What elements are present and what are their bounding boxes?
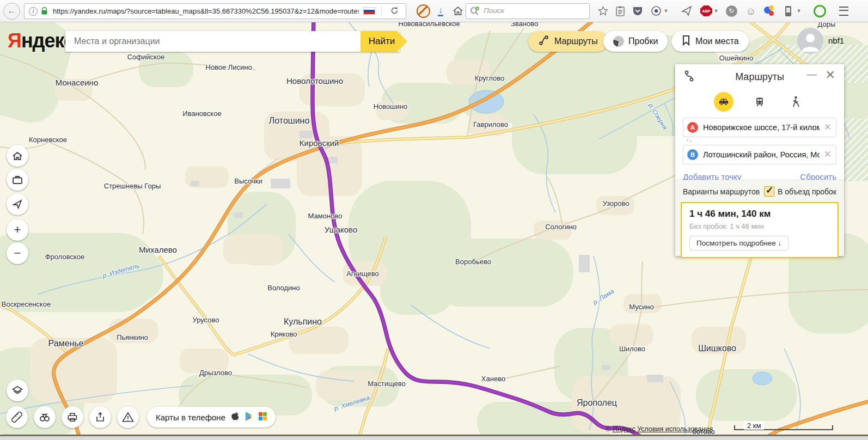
town-label: Лотошино (269, 116, 310, 126)
adblock-caret-icon[interactable]: ▼ (712, 4, 720, 18)
logo-letter: Я (8, 29, 21, 52)
print-button[interactable] (62, 406, 83, 428)
feedback-smiley-icon[interactable]: ☺ (744, 4, 758, 18)
my-places-button[interactable]: Мои места (671, 31, 749, 52)
map-copyright: © Яндекс Условия использования (606, 425, 713, 433)
home-shortcut-button[interactable] (7, 145, 28, 167)
url-text[interactable]: https://yandex.ru/maps/?source=tableau_m… (53, 4, 359, 19)
avoid-traffic-checkbox[interactable] (764, 186, 774, 197)
home-icon[interactable] (451, 4, 465, 18)
bookmark-star-icon[interactable] (596, 4, 610, 18)
route-from-field[interactable]: А ✕ (683, 118, 836, 137)
swap-points-button[interactable]: ↑↓ (686, 137, 844, 143)
panorama-search-button[interactable] (34, 406, 56, 428)
zoom-out-button[interactable]: − (7, 242, 28, 264)
google-play-icon (245, 412, 253, 423)
apple-icon (231, 412, 240, 423)
url-bar[interactable]: i https://yandex.ru/maps/?source=tableau… (24, 3, 406, 19)
route-to-field[interactable]: В ✕ (683, 145, 836, 164)
window-bottom-edge (0, 435, 868, 440)
clear-from-icon[interactable]: ✕ (824, 121, 832, 133)
route-to-input[interactable] (702, 146, 821, 163)
town-label: Софийское (127, 53, 165, 61)
sidebar-caret-icon[interactable]: ▼ (795, 4, 803, 18)
evernote-icon[interactable] (812, 4, 827, 18)
town-label: Фроловское (45, 253, 85, 261)
map-scale-control: 2 км (734, 423, 833, 431)
sync-icon[interactable]: ↻ (724, 4, 738, 18)
reload-icon[interactable] (390, 6, 399, 17)
route-variant-card[interactable]: 1 ч 46 мин, 140 км Без пробок: 1 ч 46 ми… (681, 202, 839, 258)
route-variants-section: Варианты маршрутов В объезд пробок 1 ч 4… (675, 180, 844, 256)
tab-transit[interactable] (750, 92, 769, 112)
point-a-badge: А (687, 122, 698, 133)
clear-to-icon[interactable]: ✕ (824, 149, 832, 160)
my-places-label: Мои места (695, 36, 739, 46)
flag-icon[interactable] (363, 7, 375, 15)
town-label: Стрешневы Горы (104, 182, 161, 190)
color-profile-icon[interactable] (762, 4, 777, 18)
town-label: Раменье (48, 339, 83, 349)
yandex-link[interactable]: Яндекс (613, 425, 635, 433)
routes-panel-title: Маршруты (675, 64, 844, 89)
share-button[interactable] (89, 406, 111, 428)
river-label: р. Лама (591, 288, 615, 307)
flashblock-icon[interactable] (416, 4, 430, 18)
downloads-icon[interactable]: ↓ (433, 4, 448, 18)
avoid-traffic-label: В объезд пробок (778, 187, 836, 196)
map-search-bar[interactable] (65, 31, 400, 52)
traffic-button[interactable]: Пробки (603, 31, 668, 52)
page-info-icon[interactable]: i (29, 7, 38, 16)
avoid-traffic-control[interactable]: В объезд пробок (764, 186, 836, 197)
close-icon[interactable]: ✕ (826, 69, 835, 82)
pocket-icon[interactable] (631, 4, 645, 18)
browser-search-field[interactable]: Поиск (466, 3, 590, 19)
tab-pedestrian[interactable] (786, 92, 805, 112)
town-label: Мусино (629, 303, 654, 311)
terms-link[interactable]: Условия использования (637, 425, 713, 433)
route-icon (538, 34, 550, 48)
back-button[interactable]: ← (3, 3, 20, 20)
reading-list-icon[interactable] (613, 4, 627, 18)
minimize-icon[interactable]: — (807, 69, 817, 80)
locate-me-button[interactable] (7, 193, 28, 215)
menu-icon[interactable] (836, 4, 851, 18)
town-label: Новошино (374, 102, 408, 111)
copyright-prefix: © (606, 425, 613, 433)
screenshot-icon[interactable] (649, 4, 663, 18)
town-label: Мастищево (368, 380, 406, 388)
yandex-logo[interactable]: Яндекс (8, 29, 74, 52)
tab-car[interactable] (714, 92, 733, 112)
routes-button[interactable]: Маршруты (528, 31, 608, 52)
town-label: Дрызлово (199, 369, 232, 377)
routes-button-label: Маршруты (554, 36, 598, 46)
username[interactable]: nbf1 (828, 36, 844, 45)
dropdown-caret-icon[interactable]: ▼ (662, 4, 670, 18)
user-avatar[interactable] (797, 28, 823, 54)
sidebar-icon[interactable] (781, 4, 795, 18)
send-tab-icon[interactable] (680, 4, 694, 18)
zoom-in-button[interactable]: + (7, 219, 28, 241)
search-engine-icon[interactable] (470, 7, 480, 18)
town-label: Узорово (602, 199, 629, 207)
town-label: Шишково (698, 344, 736, 353)
town-label: Ярополец (577, 398, 617, 408)
mobile-apps-button[interactable]: Карты в телефоне (147, 407, 276, 427)
work-shortcut-button[interactable] (7, 169, 28, 191)
town-label: Ушаково (325, 225, 357, 234)
town-label: Корневское (29, 136, 67, 144)
town-label: Ошейкино (719, 54, 753, 62)
variants-label: Варианты маршрутов (683, 187, 760, 196)
river-label: р. Издетель (101, 262, 140, 280)
report-error-button[interactable] (117, 406, 139, 428)
town-label: Воскресенское (2, 300, 51, 308)
windows-icon (259, 412, 267, 422)
route-from-input[interactable] (702, 119, 821, 136)
layers-button[interactable] (7, 380, 28, 401)
town-label: Новое Лисино (205, 63, 252, 71)
scale-label: 2 км (744, 421, 764, 430)
ruler-button[interactable] (6, 406, 28, 428)
route-details-button[interactable]: Посмотреть подробнее ↓ (689, 236, 788, 250)
map-search-input[interactable] (65, 31, 400, 52)
adblock-icon[interactable]: ABP (699, 4, 713, 18)
